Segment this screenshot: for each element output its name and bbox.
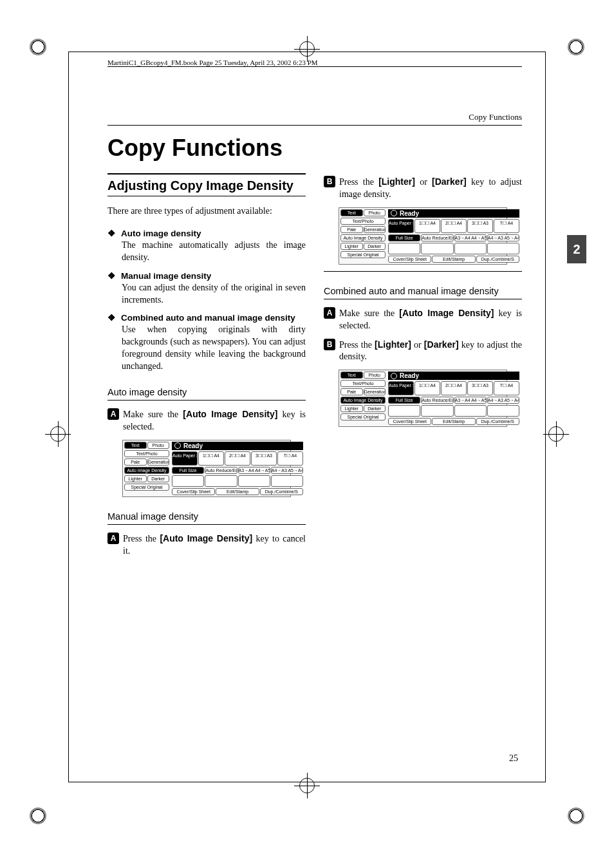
section-rule <box>324 271 522 272</box>
lcd-btn-cover-slip: Cover/Slip Sheet <box>388 256 431 263</box>
step-number-icon: B <box>324 339 335 350</box>
lcd-btn-photo: Photo <box>364 372 386 379</box>
lcd-btn-auto-image-density: Auto Image Density <box>340 397 386 404</box>
lcd-btn-auto-image-density: Auto Image Density <box>124 467 169 474</box>
bullet-auto-image-density: ❖ Auto image density <box>107 228 306 238</box>
subhead-auto-image-density: Auto image density <box>107 387 306 401</box>
lcd-btn-dup-combine: Dup./Combine/S <box>476 418 519 425</box>
step-number-icon: A <box>107 533 119 544</box>
lcd-btn-special-original: Special Original <box>340 413 386 420</box>
step-text: Press the [Lighter] or [Darker] key to a… <box>339 339 522 364</box>
lcd-btn-generation: Generation <box>364 388 386 395</box>
lcd-btn-edit-stamp: Edit/Stamp <box>432 256 475 263</box>
header-rule <box>107 125 522 126</box>
step-1: A Make sure the [Auto Image Density] key… <box>107 408 306 433</box>
step-number-icon: A <box>324 307 335 319</box>
chapter-tab: 2 <box>567 235 586 263</box>
lcd-btn-auto-reduce-enlarge: Auto Reduce/Enlarge <box>421 397 453 404</box>
ready-icon <box>391 210 397 216</box>
key-label-lighter: [Lighter] <box>378 176 415 187</box>
step-number-icon: B <box>324 176 335 187</box>
lcd-btn-special-original: Special Original <box>340 251 386 258</box>
lcd-btn-auto-reduce-enlarge: Auto Reduce/Enlarge <box>205 467 237 474</box>
bullet-body: Use when copying originals with dirty ba… <box>122 324 306 373</box>
lcd-btn-special-original: Special Original <box>124 484 169 491</box>
lcd-btn-photo: Photo <box>364 209 386 216</box>
lcd-btn-dup-combine: Dup./Combine/S <box>260 488 303 495</box>
diamond-icon: ❖ <box>107 228 116 238</box>
step-text-mid: or <box>411 340 424 350</box>
step-text-pre: Make sure the <box>339 308 399 318</box>
lcd-status-ready: Ready <box>388 372 519 380</box>
lcd-btn-auto-reduce-enlarge: Auto Reduce/Enlarge <box>421 234 453 241</box>
ready-icon <box>174 442 181 449</box>
ready-icon <box>391 373 397 379</box>
lcd-btn-textphoto: Text/Photo <box>340 218 386 225</box>
lcd-btn-pale: Pale <box>124 458 147 466</box>
lcd-tray-1: 1☐☐ A4 <box>414 381 440 395</box>
registration-mark-right <box>543 421 569 447</box>
lcd-icon-slot <box>421 405 453 417</box>
lcd-btn-textphoto: Text/Photo <box>124 450 169 457</box>
lcd-btn-ratio-2: A4→A3 A5→A4 <box>487 234 519 241</box>
lcd-status-text: Ready <box>183 442 203 449</box>
bullet-combined-density: ❖ Combined auto and manual image density <box>107 312 306 323</box>
diamond-icon: ❖ <box>107 312 116 323</box>
bullet-title: Manual image density <box>121 271 211 281</box>
lcd-tray-3: 3☐☐ A3 <box>467 381 493 395</box>
lcd-btn-pale: Pale <box>340 226 363 233</box>
lcd-btn-ratio-1: A3→A4 A4→A5 <box>454 234 487 241</box>
lcd-tray-4: T☐ A4 <box>494 381 519 395</box>
lcd-btn-generation: Generation <box>147 458 170 466</box>
step-text-pre: Press the <box>339 340 375 350</box>
lcd-btn-edit-stamp: Edit/Stamp <box>216 488 259 495</box>
step-text-pre: Make sure the <box>123 410 183 419</box>
lcd-btn-textphoto: Text/Photo <box>340 380 386 387</box>
key-label-auto-image-density: [Auto Image Density] <box>183 409 277 419</box>
lcd-icon-slot <box>271 475 303 487</box>
key-label-auto-image-density: [Auto Image Density] <box>399 308 494 318</box>
key-label-auto-image-density: [Auto Image Density] <box>160 533 252 543</box>
lcd-btn-auto-paper: Auto Paper Select ▶ <box>172 451 198 466</box>
running-header: Copy Functions <box>107 112 522 122</box>
lcd-status-ready: Ready <box>172 442 303 450</box>
lcd-btn-full-size: Full Size <box>388 234 420 241</box>
lcd-btn-dup-combine: Dup./Combine/S <box>476 256 519 263</box>
lcd-btn-lighter: Lighter <box>340 243 363 250</box>
page-number: 25 <box>509 753 518 764</box>
subhead-manual-image-density: Manual image density <box>107 511 306 525</box>
step-1: A Press the [Auto Image Density] key to … <box>107 533 306 558</box>
lcd-icon-slot <box>454 405 487 417</box>
lcd-btn-full-size: Full Size <box>172 467 204 474</box>
step-text-pre: Press the <box>123 534 160 543</box>
lcd-status-text: Ready <box>400 372 419 379</box>
lcd-icon-slot <box>421 243 453 254</box>
lcd-icon-slot <box>388 405 420 417</box>
lcd-icon-slot <box>388 243 420 254</box>
lcd-btn-cover-slip: Cover/Slip Sheet <box>388 418 431 425</box>
lcd-tray-3: 3☐☐ A3 <box>251 451 277 466</box>
page-title: Copy Functions <box>107 135 522 162</box>
bullet-body: The machine automatically adjusts the im… <box>122 240 306 264</box>
page-frame: MartiniC1_GBcopy4_FM.book Page 25 Tuesda… <box>68 52 546 782</box>
lcd-tray-4: T☐ A4 <box>277 451 303 466</box>
lcd-tray-2: 2☐☐ A4 <box>441 219 467 233</box>
lcd-icon-slot <box>205 475 237 487</box>
lcd-btn-ratio-2: A4→A3 A5→A4 <box>487 397 519 404</box>
step-1: A Make sure the [Auto Image Density] key… <box>324 307 522 332</box>
key-label-darker: [Darker] <box>424 339 459 350</box>
bullet-title: Auto image density <box>121 229 201 238</box>
lcd-figure-manual-density: Text Photo Text/Photo Pale Generation Au… <box>339 207 507 265</box>
right-column: B Press the [Lighter] or [Darker] key to… <box>324 173 522 564</box>
step-text: Press the [Auto Image Density] key to ca… <box>123 533 306 558</box>
lcd-btn-lighter: Lighter <box>340 405 363 412</box>
lcd-btn-auto-paper: Auto Paper Select ▶ <box>388 219 414 233</box>
lcd-icon-slot <box>238 475 270 487</box>
lcd-btn-photo: Photo <box>147 442 170 449</box>
lcd-icon-slot <box>487 243 519 254</box>
step-text: Make sure the [Auto Image Density] key i… <box>339 307 522 332</box>
lcd-btn-darker: Darker <box>364 243 386 250</box>
lcd-icon-slot <box>487 405 519 417</box>
lcd-btn-darker: Darker <box>364 405 386 412</box>
lcd-btn-auto-image-density: Auto Image Density <box>340 234 386 241</box>
